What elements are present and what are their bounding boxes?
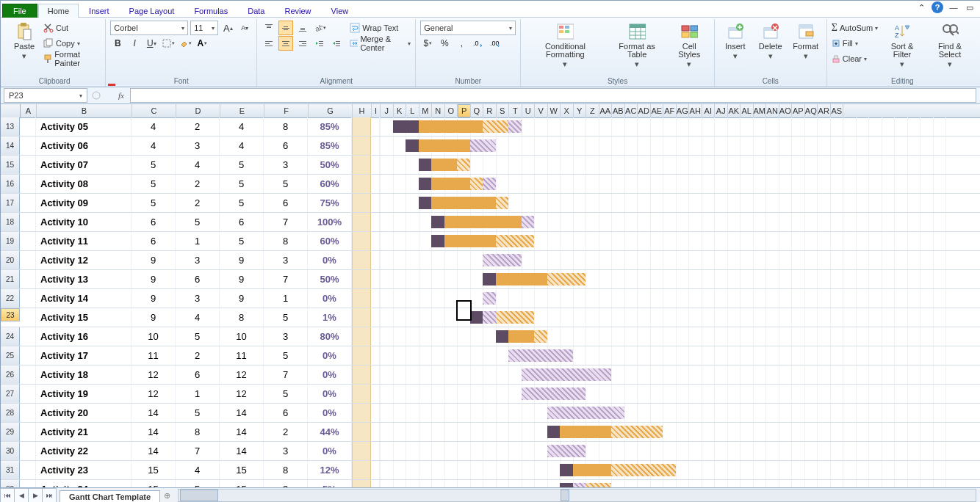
border-button[interactable]: [161, 36, 176, 51]
format-cells-button[interactable]: Format▾: [790, 21, 822, 62]
row-header[interactable]: 13: [1, 117, 20, 136]
align-top-button[interactable]: [262, 21, 276, 35]
tab-view[interactable]: View: [322, 4, 359, 18]
col-header-AB[interactable]: AB: [612, 104, 625, 117]
row-header[interactable]: 22: [1, 289, 20, 308]
conditional-formatting-button[interactable]: Conditional Formatting▾: [525, 21, 605, 70]
align-right-button[interactable]: [295, 36, 310, 51]
align-left-button[interactable]: [262, 36, 276, 51]
activity-name[interactable]: Activity 22: [36, 442, 131, 460]
underline-button[interactable]: U▾: [144, 36, 159, 51]
col-header-AM[interactable]: AM: [754, 104, 767, 117]
inc-decimal-button[interactable]: .0: [471, 36, 486, 51]
orientation-button[interactable]: ab: [312, 21, 327, 35]
clear-button[interactable]: Clear▾: [832, 51, 878, 66]
activity-name[interactable]: Activity 18: [36, 365, 131, 384]
window-restore-icon[interactable]: ▭: [964, 1, 976, 13]
row-header[interactable]: 28: [1, 404, 20, 422]
font-color-button[interactable]: A: [195, 36, 209, 51]
sheet-nav-first[interactable]: ⏮: [0, 488, 15, 502]
tab-review[interactable]: Review: [275, 4, 320, 18]
paste-button[interactable]: Paste▾: [8, 21, 40, 62]
number-format-select[interactable]: General▾: [420, 21, 516, 35]
row-header[interactable]: 21: [1, 270, 20, 288]
tab-data[interactable]: Data: [238, 4, 274, 18]
col-header-E[interactable]: E: [220, 104, 264, 117]
cut-button[interactable]: Cut: [43, 21, 101, 35]
col-header-AC[interactable]: AC: [625, 104, 638, 117]
tab-file[interactable]: File: [2, 4, 37, 18]
col-header-Z[interactable]: Z: [586, 104, 599, 117]
font-name-select[interactable]: Corbel▾: [110, 21, 188, 35]
activity-name[interactable]: Activity 11: [36, 232, 131, 250]
row-header[interactable]: 20: [1, 251, 20, 269]
fill-button[interactable]: Fill▾: [832, 36, 878, 51]
cell-styles-button[interactable]: Cell Styles▾: [669, 21, 710, 70]
col-header-V[interactable]: V: [535, 104, 548, 117]
align-center-button[interactable]: [278, 36, 293, 51]
merge-center-button[interactable]: Merge & Center▾: [350, 36, 411, 51]
row-header[interactable]: 17: [1, 194, 20, 212]
col-header-N[interactable]: N: [432, 104, 445, 117]
tab-insert[interactable]: Insert: [79, 4, 119, 18]
col-header-AA[interactable]: AA: [599, 104, 613, 117]
col-header-R[interactable]: R: [483, 104, 497, 117]
row-header[interactable]: 18: [1, 213, 20, 231]
col-header-H[interactable]: H: [353, 104, 372, 117]
autosum-button[interactable]: ΣAutoSum▾: [832, 21, 878, 35]
activity-name[interactable]: Activity 16: [36, 327, 131, 346]
col-header-AQ[interactable]: AQ: [805, 104, 818, 117]
sheet-tab-active[interactable]: Gantt Chart Template: [60, 490, 160, 503]
name-box[interactable]: P23▾: [4, 88, 87, 103]
col-header-M[interactable]: M: [419, 104, 433, 117]
italic-button[interactable]: I: [127, 36, 142, 51]
col-header-K[interactable]: K: [394, 104, 407, 117]
dec-indent-button[interactable]: [312, 36, 327, 51]
row-header[interactable]: 31: [1, 461, 20, 479]
wrap-text-button[interactable]: Wrap Text: [350, 21, 411, 35]
activity-name[interactable]: Activity 10: [36, 213, 131, 231]
activity-name[interactable]: Activity 23: [36, 461, 131, 479]
row-header[interactable]: 30: [1, 442, 20, 460]
bold-button[interactable]: B: [110, 36, 125, 51]
activity-name[interactable]: Activity 12: [36, 251, 131, 269]
help-icon[interactable]: ?: [932, 1, 943, 13]
align-middle-button[interactable]: [278, 21, 293, 35]
window-minimize-icon[interactable]: —: [948, 1, 959, 13]
sheet-nav-next[interactable]: ▶: [28, 488, 43, 502]
col-header-O[interactable]: O: [445, 104, 458, 117]
shrink-font-button[interactable]: A▾: [237, 21, 252, 35]
dec-decimal-button[interactable]: .00: [488, 36, 502, 51]
activity-name[interactable]: Activity 07: [36, 156, 131, 174]
sort-filter-button[interactable]: AZSort & Filter▾: [881, 21, 923, 70]
font-size-select[interactable]: 11▾: [190, 21, 218, 35]
fx-buttons[interactable]: [90, 89, 112, 102]
col-header-AD[interactable]: AD: [638, 104, 651, 117]
activity-name[interactable]: Activity 21: [36, 423, 131, 441]
inc-indent-button[interactable]: [329, 36, 344, 51]
row-header[interactable]: 27: [1, 385, 20, 403]
col-header-S[interactable]: S: [497, 104, 510, 117]
sheet-nav-prev[interactable]: ◀: [14, 488, 29, 502]
new-sheet-button[interactable]: ⊕: [160, 491, 173, 501]
col-header-L[interactable]: L: [406, 104, 419, 117]
col-header-Q[interactable]: Q: [471, 104, 484, 117]
activity-name[interactable]: Activity 13: [36, 270, 131, 288]
col-header-A[interactable]: A: [21, 104, 37, 117]
col-header-G[interactable]: G: [309, 104, 353, 117]
tab-formulas[interactable]: Formulas: [184, 4, 237, 18]
col-header-AS[interactable]: AS: [831, 104, 844, 117]
row-header[interactable]: 25: [1, 346, 20, 365]
activity-name[interactable]: Activity 15: [36, 308, 131, 327]
col-header-J[interactable]: J: [381, 104, 394, 117]
row-header[interactable]: 16: [1, 175, 20, 193]
formula-input[interactable]: [130, 88, 976, 103]
col-header-AF[interactable]: AF: [663, 104, 677, 117]
col-header-AH[interactable]: AH: [689, 104, 702, 117]
row-header[interactable]: 19: [1, 232, 20, 250]
col-header-F[interactable]: F: [264, 104, 309, 117]
col-header-I[interactable]: I: [372, 104, 381, 117]
row-header[interactable]: 14: [1, 137, 20, 155]
format-as-table-button[interactable]: Format as Table▾: [608, 21, 666, 70]
worksheet-grid[interactable]: ABCDEFGHIJKLMNOPQRSTUVWXYZAAABACADAEAFAG…: [1, 104, 980, 487]
